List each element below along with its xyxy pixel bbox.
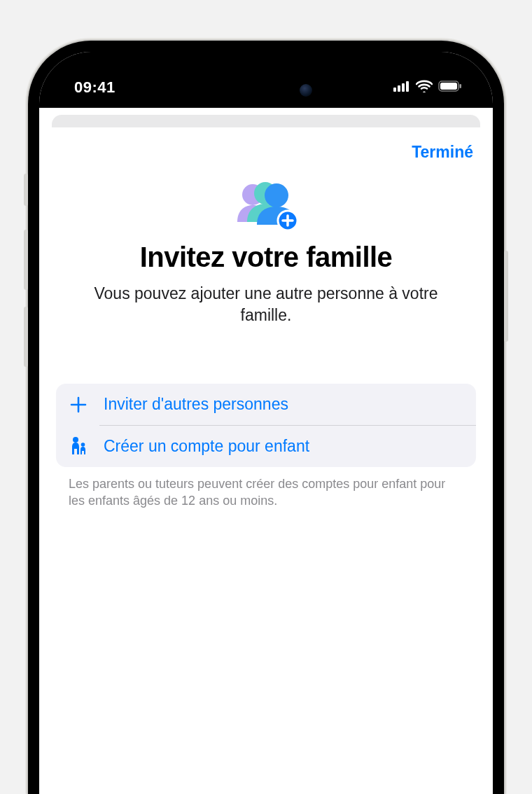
svg-point-13 xyxy=(81,443,85,447)
status-time: 09:41 xyxy=(74,78,115,97)
cellular-icon xyxy=(393,81,410,95)
svg-rect-5 xyxy=(440,83,457,90)
status-icons xyxy=(393,80,462,95)
footer-note: Les parents ou tuteurs peuvent créer des… xyxy=(56,475,476,510)
front-camera xyxy=(300,84,312,97)
svg-rect-2 xyxy=(402,83,405,92)
svg-point-9 xyxy=(265,183,288,207)
phone-frame: 09:41 xyxy=(28,41,504,794)
hero-section: Invitez votre famille Vous pouvez ajoute… xyxy=(56,179,476,326)
phone-screen: 09:41 xyxy=(39,52,493,794)
option-list: Inviter d'autres personnes Créer un comp… xyxy=(56,384,476,467)
svg-rect-1 xyxy=(398,85,400,92)
plus-icon xyxy=(69,396,88,414)
create-child-account-label: Créer un compte pour enfant xyxy=(104,437,309,456)
invite-people-label: Inviter d'autres personnes xyxy=(104,395,288,414)
volume-down-button xyxy=(24,307,28,367)
svg-rect-6 xyxy=(460,84,462,88)
svg-rect-3 xyxy=(406,81,409,92)
dynamic-island xyxy=(210,74,322,106)
volume-up-button xyxy=(24,230,28,290)
modal-sheet: Terminé xyxy=(39,127,493,794)
page-title: Invitez votre famille xyxy=(63,242,469,273)
battery-icon xyxy=(438,81,462,95)
family-add-icon xyxy=(227,179,304,233)
create-child-account-row[interactable]: Créer un compte pour enfant xyxy=(56,425,476,467)
side-button xyxy=(24,174,28,206)
done-button[interactable]: Terminé xyxy=(412,143,473,162)
page-subtitle: Vous pouvez ajouter une autre personne à… xyxy=(63,283,469,326)
parent-child-icon xyxy=(69,436,88,456)
svg-point-12 xyxy=(73,437,78,443)
sheet-header: Terminé xyxy=(56,143,476,162)
wifi-icon xyxy=(416,80,433,95)
svg-rect-0 xyxy=(393,88,396,92)
power-button xyxy=(504,251,508,342)
invite-people-row[interactable]: Inviter d'autres personnes xyxy=(56,384,476,425)
